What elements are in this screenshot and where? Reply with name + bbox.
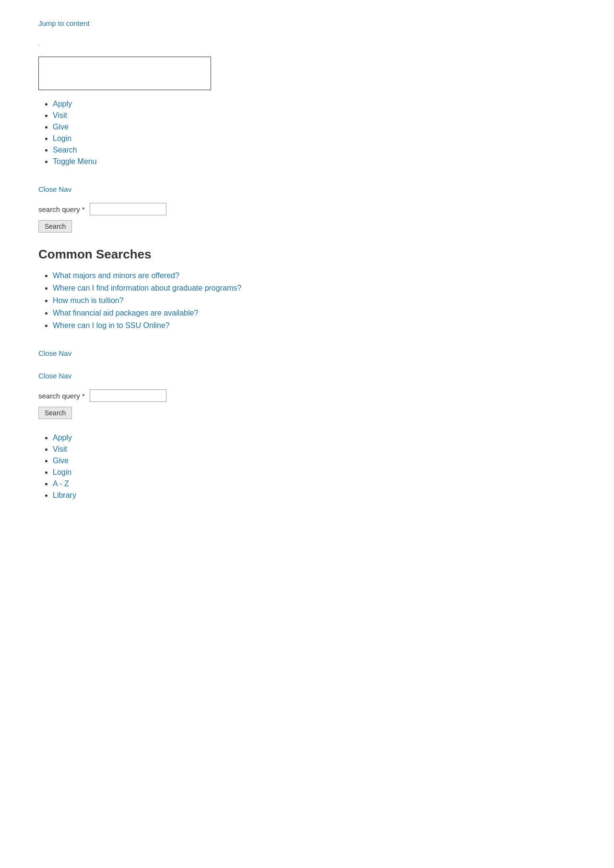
common-search-link-1[interactable]: What majors and minors are offered?	[53, 271, 179, 280]
common-search-link-4[interactable]: What financial aid packages are availabl…	[53, 309, 198, 317]
list-item: Where can I log in to SSU Online?	[53, 321, 576, 330]
close-nav-link-3[interactable]: Close Nav	[38, 372, 576, 380]
search-form-1: search query * Search	[38, 203, 576, 233]
nav-link-give[interactable]: Give	[53, 123, 69, 131]
dot-spacer: .	[38, 42, 576, 47]
list-item: Give	[53, 123, 576, 131]
list-item: Visit	[53, 111, 576, 120]
nav-link-login[interactable]: Login	[53, 134, 71, 142]
common-searches-list: What majors and minors are offered? Wher…	[38, 271, 576, 330]
common-searches-title: Common Searches	[38, 247, 576, 262]
list-item: What financial aid packages are availabl…	[53, 309, 576, 317]
list-item: A - Z	[53, 480, 576, 488]
bottom-nav-link-login[interactable]: Login	[53, 468, 71, 476]
list-item: Where can I find information about gradu…	[53, 284, 576, 293]
bottom-nav-link-az[interactable]: A - Z	[53, 480, 69, 488]
search-input-1[interactable]	[90, 203, 166, 215]
search-button-1[interactable]: Search	[38, 220, 72, 233]
nav-link-search[interactable]: Search	[53, 146, 77, 154]
bottom-nav-link-visit[interactable]: Visit	[53, 445, 67, 453]
common-search-link-5[interactable]: Where can I log in to SSU Online?	[53, 321, 170, 329]
nav-link-visit[interactable]: Visit	[53, 111, 67, 119]
common-searches-section: Common Searches What majors and minors a…	[38, 247, 576, 330]
close-nav-link-2[interactable]: Close Nav	[38, 349, 576, 357]
bottom-nav-link-apply[interactable]: Apply	[53, 434, 72, 442]
list-item: Library	[53, 491, 576, 500]
bottom-nav-link-library[interactable]: Library	[53, 491, 76, 499]
list-item: Toggle Menu	[53, 157, 576, 166]
list-item: Login	[53, 134, 576, 143]
search-query-label-1: search query *	[38, 205, 85, 213]
list-item: Visit	[53, 445, 576, 454]
bottom-nav-list: Apply Visit Give Login A - Z Library	[38, 434, 576, 500]
search-form-row-1: search query *	[38, 203, 576, 215]
common-search-link-3[interactable]: How much is tuition?	[53, 296, 124, 305]
nav-link-toggle-menu[interactable]: Toggle Menu	[53, 157, 97, 165]
top-nav-list: Apply Visit Give Login Search Toggle Men…	[38, 100, 576, 166]
list-item: Search	[53, 146, 576, 154]
search-query-label-2: search query *	[38, 392, 85, 400]
bottom-nav-link-give[interactable]: Give	[53, 457, 69, 465]
logo-box	[38, 57, 211, 90]
search-button-2[interactable]: Search	[38, 407, 72, 419]
search-form-row-2: search query *	[38, 389, 576, 402]
nav-link-apply[interactable]: Apply	[53, 100, 72, 108]
list-item: Give	[53, 457, 576, 465]
common-search-link-2[interactable]: Where can I find information about gradu…	[53, 284, 241, 292]
jump-to-content-link[interactable]: Jump to content	[38, 19, 576, 27]
list-item: Apply	[53, 100, 576, 108]
list-item: Apply	[53, 434, 576, 442]
list-item: What majors and minors are offered?	[53, 271, 576, 280]
close-nav-link-1[interactable]: Close Nav	[38, 185, 576, 193]
list-item: Login	[53, 468, 576, 477]
list-item: How much is tuition?	[53, 296, 576, 305]
search-input-2[interactable]	[90, 389, 166, 402]
search-form-2: search query * Search	[38, 389, 576, 419]
